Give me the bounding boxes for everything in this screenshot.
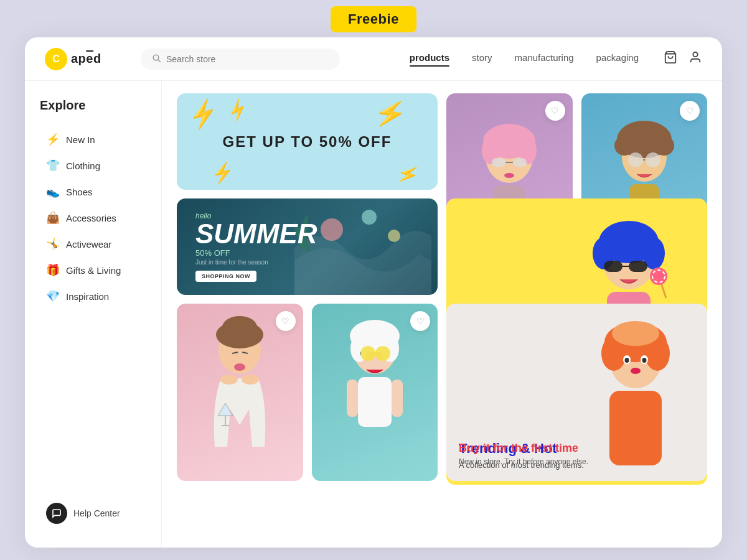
summer-text: hello SUMMER 50% OFF Just in time for th… [195,212,317,282]
nav-manufacturing[interactable]: manufacturing [515,52,574,65]
nav-story[interactable]: story [472,52,492,65]
logo-icon: C [45,48,67,70]
sidebar-item-label-clothing: Clothing [66,161,100,171]
svg-point-19 [628,152,643,167]
svg-point-71 [642,358,646,363]
svg-point-20 [646,152,660,167]
search-bar[interactable] [141,49,340,70]
lightning-bottom-right-icon: ⚡ [394,161,421,188]
svg-rect-58 [358,377,392,427]
svg-point-67 [631,368,641,374]
svg-point-3 [693,52,697,57]
svg-point-25 [388,230,400,242]
svg-point-46 [220,375,238,385]
svg-rect-9 [513,158,527,167]
svg-point-18 [648,129,665,147]
buy-text: Buy it for the first time New in store. … [459,442,695,466]
app-container: C aped products story manufacturing pack… [25,37,722,548]
content-area: ⚡ ⚡ ⚡ ⚡ ⚡ GET UP TO 50% OFF ♡ [162,81,722,548]
summer-off: 50% OFF [195,248,317,258]
svg-point-47 [242,375,259,385]
nav-products[interactable]: products [410,52,449,65]
logo-text: aped [71,52,101,66]
shoes-icon: 👟 [46,185,60,198]
page-wrapper: Freebie C aped products story manufactur… [0,0,747,560]
wishlist-btn-3[interactable]: ♡ [276,311,296,331]
sidebar-item-label-new-in: New In [66,134,95,145]
help-center[interactable]: Help Center [40,497,146,530]
sidebar-item-label-activewear: Activewear [66,239,111,250]
nav-links: products story manufacturing packaging [410,52,639,65]
svg-point-55 [375,346,390,361]
summer-btn[interactable]: SHOPPING NOW [195,271,256,282]
svg-rect-32 [604,261,622,272]
search-icon [152,54,161,65]
sidebar-item-inspiration[interactable]: 💎 Inspiration [40,284,146,308]
photo-card-teal[interactable]: ♡ [312,304,438,481]
sidebar-item-shoes[interactable]: 👟 Shoes [40,180,146,203]
svg-rect-33 [629,261,647,272]
svg-point-65 [612,321,659,346]
lightning-left-icon: ⚡ [185,96,222,132]
sidebar-item-gifts[interactable]: 🎁 Gifts & Living [40,258,146,282]
svg-point-45 [234,363,245,371]
logo-letter: C [52,54,60,65]
logo-area[interactable]: C aped [45,48,126,70]
sidebar-item-accessories[interactable]: 👜 Accessories [40,206,146,230]
activewear-icon: 🤸 [46,237,60,251]
new-in-icon: ⚡ [46,133,60,146]
nav-packaging[interactable]: packaging [596,52,639,65]
sidebar-item-label-accessories: Accessories [66,213,116,223]
gifts-icon: 🎁 [46,263,60,277]
wishlist-btn-4[interactable]: ♡ [410,311,430,331]
lightning-left2-icon: ⚡ [223,96,252,124]
banner-summer-card[interactable]: hello SUMMER 50% OFF Just in time for th… [177,198,438,295]
svg-point-70 [624,358,629,363]
sidebar-item-label-shoes: Shoes [66,187,93,197]
user-icon[interactable] [688,50,702,67]
accessories-icon: 👜 [46,211,60,225]
svg-point-54 [360,346,375,361]
buy-title: Buy it for the first time [459,442,695,455]
banner1-content: GET UP TO 50% OFF [223,133,392,151]
clothing-icon: 👕 [46,159,60,172]
banner1-title: GET UP TO 50% OFF [223,133,392,151]
svg-rect-8 [492,158,505,167]
help-label: Help Center [73,508,120,518]
inspiration-icon: 💎 [46,289,60,303]
main-layout: Explore ⚡ New In 👕 Clothing 👟 Shoes [25,81,722,548]
buy-card-inner: Buy it for the first time New in store. … [446,304,707,481]
product-grid: ⚡ ⚡ ⚡ ⚡ ⚡ GET UP TO 50% OFF ♡ [177,93,707,481]
sidebar: Explore ⚡ New In 👕 Clothing 👟 Shoes [25,81,162,548]
svg-rect-59 [347,380,358,417]
lightning-bottom-left-icon: ⚡ [209,160,236,185]
sidebar-item-activewear[interactable]: 🤸 Activewear [40,232,146,256]
header: C aped products story manufacturing pack… [25,37,722,81]
sidebar-item-label-gifts: Gifts & Living [66,265,121,276]
svg-point-42 [242,319,256,343]
pink-person-svg [199,304,280,481]
svg-point-24 [362,210,377,225]
summer-sub: Just in time for the season [195,259,317,266]
sidebar-items: ⚡ New In 👕 Clothing 👟 Shoes 👜 Accessorie… [40,128,146,497]
svg-line-1 [158,60,161,62]
svg-rect-60 [392,380,403,417]
wishlist-btn-2[interactable]: ♡ [680,101,700,121]
svg-point-23 [321,218,343,241]
buy-subtitle: New in store. Try it before anyone else. [459,457,695,466]
svg-point-0 [153,55,159,60]
cart-icon[interactable] [664,50,677,67]
banner-sale-card[interactable]: ⚡ ⚡ ⚡ ⚡ ⚡ GET UP TO 50% OFF [177,93,438,190]
photo-card-pink[interactable]: ♡ [177,304,303,481]
sidebar-item-label-inspiration: Inspiration [66,291,109,302]
freebie-badge: Freebie [331,6,416,32]
wishlist-btn-1[interactable]: ♡ [545,101,565,121]
sidebar-item-new-in[interactable]: ⚡ New In [40,128,146,151]
svg-point-12 [504,173,514,178]
lightning-right-icon: ⚡ [372,96,409,131]
sidebar-item-clothing[interactable]: 👕 Clothing [40,154,146,177]
buy-card[interactable]: Buy it for the first time New in store. … [446,304,707,481]
search-input[interactable] [166,54,329,64]
svg-point-17 [623,131,641,148]
header-icons [664,50,702,67]
